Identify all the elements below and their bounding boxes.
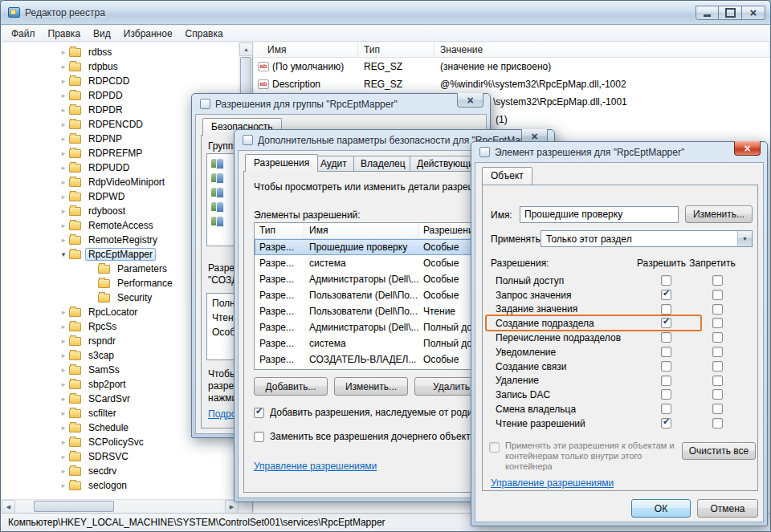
clear-all-button[interactable]: Очистить все [682,442,756,460]
close-button[interactable] [457,93,483,108]
deny-checkbox[interactable] [712,318,723,328]
change-name-button[interactable]: Изменить... [685,205,753,223]
deny-checkbox[interactable] [712,290,723,300]
deny-checkbox[interactable] [712,332,723,343]
value-row[interactable]: (По умолчанию) REG_SZ (значение не присв… [254,58,769,75]
expander-icon[interactable] [58,395,69,403]
expander-icon[interactable] [58,164,69,172]
expander-icon[interactable] [58,337,69,345]
deny-checkbox[interactable] [712,304,723,315]
deny-checkbox[interactable] [712,275,723,286]
allow-checkbox[interactable] [661,275,671,286]
cancel-button[interactable]: Отмена [697,499,758,518]
checkbox[interactable] [254,432,264,442]
expander-icon[interactable] [58,481,69,489]
dialog-titlebar[interactable]: Разрешения для группы "RpcEptMapper" [195,94,487,114]
name-input[interactable]: Прошедшие проверку [520,206,679,223]
allow-checkbox[interactable] [661,389,671,400]
deny-checkbox[interactable] [712,389,723,400]
tree-item[interactable]: RDPCDD [2,74,239,88]
allow-checkbox[interactable] [661,404,671,414]
permission-label: Уведомление [486,347,556,358]
expander-icon[interactable] [58,221,69,229]
allow-checkbox[interactable] [661,290,671,300]
expander-icon[interactable] [58,424,69,432]
deny-checkbox[interactable] [712,404,723,414]
tab-permissions[interactable]: Разрешения [245,154,318,172]
tab-audit[interactable]: Аудит [313,156,354,172]
expander-icon[interactable] [58,351,69,359]
tree-item[interactable]: SDRSVC [2,449,239,464]
expander-icon[interactable] [58,149,69,157]
edit-button[interactable]: Изменить... [334,377,408,396]
close-button[interactable] [734,141,761,156]
close-button[interactable] [742,6,765,20]
menu-item[interactable]: Избранное [117,26,179,41]
tab-object[interactable]: Объект [482,167,532,185]
ok-button[interactable]: ОК [631,499,691,518]
column-header-name[interactable]: Имя [304,223,418,238]
manage-permissions-link[interactable]: Управление разрешениями [254,461,377,472]
expander-icon[interactable] [58,106,69,114]
expander-icon[interactable] [58,178,69,186]
column-header-type[interactable]: Тип [255,223,304,238]
tree-item[interactable]: seclogon [2,478,239,493]
expander-icon[interactable] [58,193,69,201]
expander-icon[interactable] [58,207,69,215]
expander-icon[interactable] [58,366,69,374]
tree-horizontal-scrollbar[interactable] [2,499,239,513]
deny-checkbox[interactable] [712,347,723,357]
apply-container-checkbox[interactable]: Применять эти разрешения к объектам и ко… [489,441,682,473]
expander-icon[interactable] [58,120,69,128]
expander-icon[interactable] [58,308,69,316]
expander-icon[interactable] [58,438,69,446]
deny-checkbox[interactable] [712,418,723,428]
minimize-button[interactable] [696,6,719,20]
allow-checkbox[interactable] [661,318,671,328]
tree-item[interactable]: rdbss [2,45,239,59]
checkbox[interactable] [254,408,264,418]
allow-checkbox[interactable] [661,361,671,372]
scroll-up-button[interactable] [239,43,253,56]
tab-owner[interactable]: Владелец [353,156,413,172]
column-header-name[interactable]: Имя [254,43,358,57]
value-row[interactable]: Description REG_SZ @%windir%\system32\Rp… [254,75,769,93]
expander-icon[interactable] [58,48,69,56]
column-header-type[interactable]: Тип [358,43,434,57]
expander-icon[interactable] [58,236,69,244]
tree-item[interactable]: secdrv [2,464,239,478]
expander-icon[interactable] [58,453,69,461]
menu-item[interactable]: Файл [5,26,42,41]
tree-item[interactable]: rdpbus [2,59,239,74]
manage-permissions-link[interactable]: Управление разрешениями [491,477,614,489]
column-header-value[interactable]: Значение [434,43,769,57]
expander-icon[interactable] [58,250,69,258]
expander-icon[interactable] [58,63,69,71]
allow-checkbox[interactable] [661,376,671,386]
deny-checkbox[interactable] [712,376,723,386]
expander-icon[interactable] [58,467,69,475]
deny-checkbox[interactable] [712,361,723,372]
expander-icon[interactable] [58,91,69,99]
dropdown-icon[interactable] [737,231,752,246]
maximize-button[interactable] [719,6,742,20]
checkbox[interactable] [489,442,500,453]
allow-checkbox[interactable] [661,347,671,357]
expander-icon[interactable] [58,409,69,417]
allow-checkbox[interactable] [661,304,671,315]
apply-to-select[interactable]: Только этот раздел [541,230,753,247]
menu-item[interactable]: Справка [179,26,230,41]
dialog-titlebar[interactable]: Элемент разрешения для "RpcEptMapper" [475,142,764,162]
expander-icon[interactable] [58,77,69,85]
allow-checkbox[interactable] [661,332,671,343]
add-button[interactable]: Добавить... [254,377,328,396]
allow-checkbox[interactable] [661,418,671,428]
expander-icon[interactable] [58,323,69,331]
scroll-left-button[interactable] [2,500,15,514]
menu-item[interactable]: Вид [87,26,117,41]
menu-item[interactable]: Правка [42,26,88,41]
horizontal-scroll-thumb[interactable] [34,501,114,512]
expander-icon[interactable] [58,135,69,143]
expander-icon[interactable] [58,380,69,388]
folder-icon [69,395,81,404]
